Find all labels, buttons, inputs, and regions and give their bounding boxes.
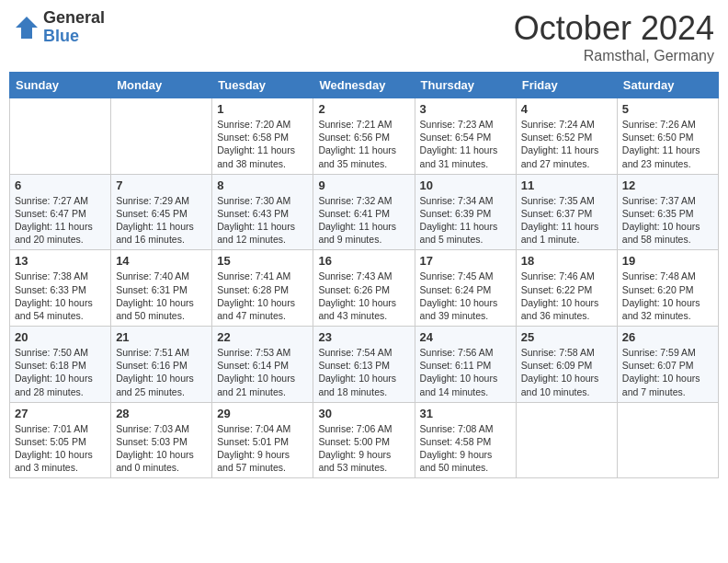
calendar-cell: 9Sunrise: 7:32 AMSunset: 6:41 PMDaylight… — [313, 174, 415, 250]
day-number: 26 — [622, 330, 713, 344]
calendar-cell: 28Sunrise: 7:03 AMSunset: 5:03 PMDayligh… — [111, 402, 212, 478]
day-number: 9 — [318, 178, 409, 192]
logo-icon — [14, 15, 40, 40]
day-number: 5 — [622, 102, 713, 116]
calendar-cell: 14Sunrise: 7:40 AMSunset: 6:31 PMDayligh… — [111, 250, 212, 327]
day-info: Sunrise: 7:06 AMSunset: 5:00 PMDaylight:… — [318, 422, 409, 475]
day-number: 16 — [318, 254, 409, 268]
weekday-header-saturday: Saturday — [617, 73, 718, 98]
calendar-cell: 3Sunrise: 7:23 AMSunset: 6:54 PMDaylight… — [415, 98, 516, 175]
month-title: October 2024 — [514, 9, 714, 48]
day-number: 13 — [15, 254, 106, 268]
day-number: 14 — [116, 254, 207, 268]
day-number: 25 — [521, 330, 612, 344]
svg-marker-0 — [16, 17, 38, 39]
day-info: Sunrise: 7:26 AMSunset: 6:50 PMDaylight:… — [622, 118, 713, 170]
day-info: Sunrise: 7:08 AMSunset: 4:58 PMDaylight:… — [420, 422, 511, 475]
day-info: Sunrise: 7:46 AMSunset: 6:22 PMDaylight:… — [521, 270, 612, 322]
day-number: 19 — [622, 254, 713, 268]
calendar-cell: 11Sunrise: 7:35 AMSunset: 6:37 PMDayligh… — [516, 174, 617, 250]
week-row-1: 1Sunrise: 7:20 AMSunset: 6:58 PMDaylight… — [10, 98, 719, 175]
weekday-header-sunday: Sunday — [10, 73, 111, 98]
weekday-header-monday: Monday — [111, 73, 212, 98]
logo: General Blue — [14, 9, 105, 46]
day-info: Sunrise: 7:35 AMSunset: 6:37 PMDaylight:… — [521, 194, 612, 247]
day-info: Sunrise: 7:48 AMSunset: 6:20 PMDaylight:… — [622, 270, 713, 322]
calendar-cell: 17Sunrise: 7:45 AMSunset: 6:24 PMDayligh… — [415, 250, 516, 327]
day-number: 18 — [521, 254, 612, 268]
day-info: Sunrise: 7:20 AMSunset: 6:58 PMDaylight:… — [217, 118, 308, 170]
day-info: Sunrise: 7:40 AMSunset: 6:31 PMDaylight:… — [116, 270, 207, 322]
weekday-header-tuesday: Tuesday — [212, 73, 313, 98]
weekday-header-row: SundayMondayTuesdayWednesdayThursdayFrid… — [10, 73, 719, 98]
day-number: 11 — [521, 178, 612, 192]
calendar-cell: 7Sunrise: 7:29 AMSunset: 6:45 PMDaylight… — [111, 174, 212, 250]
day-info: Sunrise: 7:01 AMSunset: 5:05 PMDaylight:… — [15, 422, 106, 475]
calendar-cell: 12Sunrise: 7:37 AMSunset: 6:35 PMDayligh… — [617, 174, 718, 250]
day-info: Sunrise: 7:50 AMSunset: 6:18 PMDaylight:… — [15, 346, 106, 398]
day-number: 12 — [622, 178, 713, 192]
calendar-cell: 6Sunrise: 7:27 AMSunset: 6:47 PMDaylight… — [10, 174, 111, 250]
calendar-cell: 22Sunrise: 7:53 AMSunset: 6:14 PMDayligh… — [212, 327, 313, 403]
day-number: 27 — [15, 407, 106, 420]
day-info: Sunrise: 7:34 AMSunset: 6:39 PMDaylight:… — [420, 194, 511, 247]
day-info: Sunrise: 7:23 AMSunset: 6:54 PMDaylight:… — [420, 118, 511, 170]
calendar-cell — [10, 98, 111, 175]
day-number: 4 — [521, 102, 612, 116]
calendar-cell: 29Sunrise: 7:04 AMSunset: 5:01 PMDayligh… — [212, 402, 313, 478]
day-info: Sunrise: 7:59 AMSunset: 6:07 PMDaylight:… — [622, 346, 713, 398]
calendar-cell: 24Sunrise: 7:56 AMSunset: 6:11 PMDayligh… — [415, 327, 516, 403]
week-row-2: 6Sunrise: 7:27 AMSunset: 6:47 PMDaylight… — [10, 174, 719, 250]
day-number: 24 — [420, 330, 511, 344]
title-section: October 2024 Ramsthal, Germany — [514, 9, 714, 64]
calendar-table: SundayMondayTuesdayWednesdayThursdayFrid… — [9, 72, 719, 478]
day-number: 15 — [217, 254, 308, 268]
calendar-cell — [111, 98, 212, 175]
day-info: Sunrise: 7:04 AMSunset: 5:01 PMDaylight:… — [217, 422, 308, 475]
day-info: Sunrise: 7:29 AMSunset: 6:45 PMDaylight:… — [116, 194, 207, 247]
calendar-cell: 13Sunrise: 7:38 AMSunset: 6:33 PMDayligh… — [10, 250, 111, 327]
day-info: Sunrise: 7:45 AMSunset: 6:24 PMDaylight:… — [420, 270, 511, 322]
day-number: 3 — [420, 102, 511, 116]
calendar-cell: 23Sunrise: 7:54 AMSunset: 6:13 PMDayligh… — [313, 327, 415, 403]
logo-blue: Blue — [43, 28, 105, 46]
day-number: 31 — [420, 407, 511, 420]
subtitle: Ramsthal, Germany — [514, 48, 714, 64]
day-number: 17 — [420, 254, 511, 268]
calendar-cell: 20Sunrise: 7:50 AMSunset: 6:18 PMDayligh… — [10, 327, 111, 403]
day-number: 1 — [217, 102, 308, 116]
calendar-cell — [617, 402, 718, 478]
day-number: 20 — [15, 330, 106, 344]
day-number: 21 — [116, 330, 207, 344]
calendar-cell: 5Sunrise: 7:26 AMSunset: 6:50 PMDaylight… — [617, 98, 718, 175]
calendar-cell: 31Sunrise: 7:08 AMSunset: 4:58 PMDayligh… — [415, 402, 516, 478]
day-info: Sunrise: 7:58 AMSunset: 6:09 PMDaylight:… — [521, 346, 612, 398]
week-row-3: 13Sunrise: 7:38 AMSunset: 6:33 PMDayligh… — [10, 250, 719, 327]
week-row-5: 27Sunrise: 7:01 AMSunset: 5:05 PMDayligh… — [10, 402, 719, 478]
logo-general: General — [43, 9, 105, 28]
calendar-cell: 10Sunrise: 7:34 AMSunset: 6:39 PMDayligh… — [415, 174, 516, 250]
day-info: Sunrise: 7:43 AMSunset: 6:26 PMDaylight:… — [318, 270, 409, 322]
weekday-header-wednesday: Wednesday — [313, 73, 415, 98]
day-number: 10 — [420, 178, 511, 192]
calendar-cell: 21Sunrise: 7:51 AMSunset: 6:16 PMDayligh… — [111, 327, 212, 403]
calendar-cell: 26Sunrise: 7:59 AMSunset: 6:07 PMDayligh… — [617, 327, 718, 403]
calendar-cell: 25Sunrise: 7:58 AMSunset: 6:09 PMDayligh… — [516, 327, 617, 403]
day-info: Sunrise: 7:56 AMSunset: 6:11 PMDaylight:… — [420, 346, 511, 398]
day-number: 23 — [318, 330, 409, 344]
week-row-4: 20Sunrise: 7:50 AMSunset: 6:18 PMDayligh… — [10, 327, 719, 403]
day-number: 22 — [217, 330, 308, 344]
day-info: Sunrise: 7:21 AMSunset: 6:56 PMDaylight:… — [318, 118, 409, 170]
day-number: 28 — [116, 407, 207, 420]
day-number: 7 — [116, 178, 207, 192]
day-info: Sunrise: 7:54 AMSunset: 6:13 PMDaylight:… — [318, 346, 409, 398]
day-number: 30 — [318, 407, 409, 420]
calendar-cell: 2Sunrise: 7:21 AMSunset: 6:56 PMDaylight… — [313, 98, 415, 175]
calendar-cell: 30Sunrise: 7:06 AMSunset: 5:00 PMDayligh… — [313, 402, 415, 478]
day-number: 2 — [318, 102, 409, 116]
day-info: Sunrise: 7:27 AMSunset: 6:47 PMDaylight:… — [15, 194, 106, 247]
calendar-cell: 1Sunrise: 7:20 AMSunset: 6:58 PMDaylight… — [212, 98, 313, 175]
calendar-cell: 27Sunrise: 7:01 AMSunset: 5:05 PMDayligh… — [10, 402, 111, 478]
weekday-header-friday: Friday — [516, 73, 617, 98]
day-info: Sunrise: 7:41 AMSunset: 6:28 PMDaylight:… — [217, 270, 308, 322]
